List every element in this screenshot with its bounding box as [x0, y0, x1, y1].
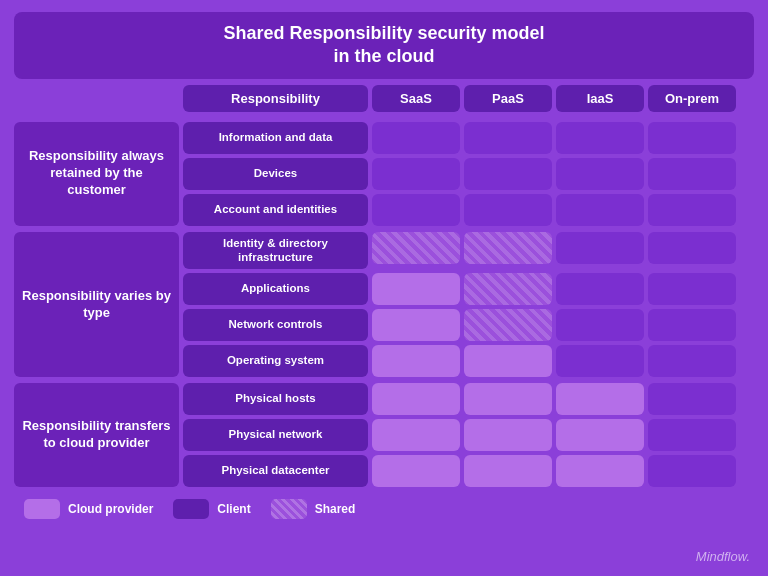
cell-info-saas	[372, 122, 460, 154]
section-rows-varies: Identity & directory infrastructure Appl…	[183, 232, 754, 378]
cell-dc-paas	[464, 455, 552, 487]
row-devices: Devices	[183, 158, 754, 190]
cell-os-saas	[372, 345, 460, 377]
row-os: Operating system	[183, 345, 754, 377]
label-identity: Identity & directory infrastructure	[183, 232, 368, 270]
header-empty	[14, 85, 179, 112]
cell-info-iaas	[556, 122, 644, 154]
cell-identity-saas	[372, 232, 460, 264]
title-line1: Shared Responsibility security model	[223, 23, 544, 43]
header-iaas: IaaS	[556, 85, 644, 112]
main-container: Shared Responsibility security model in …	[0, 0, 768, 576]
label-devices: Devices	[183, 158, 368, 190]
label-datacenter: Physical datacenter	[183, 455, 368, 487]
row-network: Network controls	[183, 309, 754, 341]
cell-pnet-onprem	[648, 419, 736, 451]
cell-apps-saas	[372, 273, 460, 305]
row-identity: Identity & directory infrastructure	[183, 232, 754, 270]
cell-info-paas	[464, 122, 552, 154]
legend-shared-label: Shared	[315, 502, 356, 516]
row-phys-network: Physical network	[183, 419, 754, 451]
title-box: Shared Responsibility security model in …	[14, 12, 754, 79]
legend: Cloud provider Client Shared	[14, 493, 754, 525]
label-network: Network controls	[183, 309, 368, 341]
section-always-retained: Responsibility always retained by the cu…	[14, 122, 754, 226]
legend-provider: Cloud provider	[24, 499, 153, 519]
section-rows-transfers: Physical hosts Physical network Physical…	[183, 383, 754, 487]
cell-network-paas	[464, 309, 552, 341]
cell-dc-saas	[372, 455, 460, 487]
cell-dc-iaas	[556, 455, 644, 487]
title-line2: in the cloud	[334, 46, 435, 66]
cell-devices-paas	[464, 158, 552, 190]
cell-pnet-saas	[372, 419, 460, 451]
row-applications: Applications	[183, 273, 754, 305]
cell-accounts-saas	[372, 194, 460, 226]
cell-identity-onprem	[648, 232, 736, 264]
legend-client: Client	[173, 499, 250, 519]
cell-os-paas	[464, 345, 552, 377]
cell-info-onprem	[648, 122, 736, 154]
cell-devices-saas	[372, 158, 460, 190]
label-applications: Applications	[183, 273, 368, 305]
row-accounts: Account and identities	[183, 194, 754, 226]
label-phys-network: Physical network	[183, 419, 368, 451]
cell-os-onprem	[648, 345, 736, 377]
cell-os-iaas	[556, 345, 644, 377]
cell-apps-onprem	[648, 273, 736, 305]
section-label-text-always: Responsibility always retained by the cu…	[14, 122, 179, 226]
section-rows-always: Information and data Devices Account and…	[183, 122, 754, 226]
swatch-client	[173, 499, 209, 519]
cell-identity-paas	[464, 232, 552, 264]
label-info-data: Information and data	[183, 122, 368, 154]
header-row: Responsibility SaaS PaaS IaaS On-prem	[14, 85, 754, 116]
cell-apps-iaas	[556, 273, 644, 305]
cell-network-iaas	[556, 309, 644, 341]
cell-accounts-onprem	[648, 194, 736, 226]
legend-client-label: Client	[217, 502, 250, 516]
legend-shared: Shared	[271, 499, 356, 519]
cell-devices-onprem	[648, 158, 736, 190]
section-label-transfers: Responsibility transfers to cloud provid…	[14, 383, 179, 487]
cell-apps-paas	[464, 273, 552, 305]
cell-network-saas	[372, 309, 460, 341]
section-transfers: Responsibility transfers to cloud provid…	[14, 383, 754, 487]
section-label-text-varies: Responsibility varies by type	[14, 232, 179, 378]
header-responsibility: Responsibility	[183, 85, 368, 112]
cell-hosts-iaas	[556, 383, 644, 415]
cell-dc-onprem	[648, 455, 736, 487]
section-varies: Responsibility varies by type Identity &…	[14, 232, 754, 378]
cell-network-onprem	[648, 309, 736, 341]
cell-accounts-iaas	[556, 194, 644, 226]
watermark: Mindflow.	[696, 549, 750, 564]
cell-identity-iaas	[556, 232, 644, 264]
cell-hosts-saas	[372, 383, 460, 415]
label-os: Operating system	[183, 345, 368, 377]
legend-provider-label: Cloud provider	[68, 502, 153, 516]
section-label-text-transfers: Responsibility transfers to cloud provid…	[14, 383, 179, 487]
header-saas: SaaS	[372, 85, 460, 112]
cell-pnet-paas	[464, 419, 552, 451]
section-label-varies: Responsibility varies by type	[14, 232, 179, 378]
label-accounts: Account and identities	[183, 194, 368, 226]
row-datacenter: Physical datacenter	[183, 455, 754, 487]
row-info-data: Information and data	[183, 122, 754, 154]
row-hosts: Physical hosts	[183, 383, 754, 415]
cell-devices-iaas	[556, 158, 644, 190]
cell-hosts-onprem	[648, 383, 736, 415]
cell-pnet-iaas	[556, 419, 644, 451]
swatch-provider	[24, 499, 60, 519]
cell-hosts-paas	[464, 383, 552, 415]
label-hosts: Physical hosts	[183, 383, 368, 415]
swatch-shared	[271, 499, 307, 519]
header-onprem: On-prem	[648, 85, 736, 112]
section-label-always-retained: Responsibility always retained by the cu…	[14, 122, 179, 226]
cell-accounts-paas	[464, 194, 552, 226]
header-paas: PaaS	[464, 85, 552, 112]
